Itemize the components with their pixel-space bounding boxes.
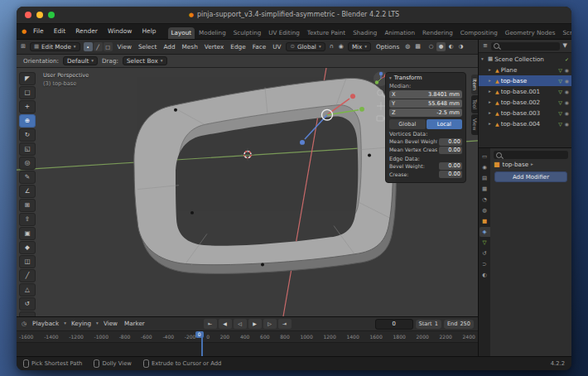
menu-edge[interactable]: Edge — [229, 42, 247, 51]
playhead[interactable]: 0 — [201, 331, 203, 356]
tab-constraint-properties[interactable]: ⊃ — [480, 259, 490, 269]
rendered-shading-button[interactable]: ◑ — [456, 42, 465, 51]
tab-item[interactable]: Item — [471, 75, 478, 94]
outliner-item-top-base-001[interactable]: ▸ ▲ top-base.001 ▽◉ — [479, 86, 571, 97]
menu-face[interactable]: Face — [251, 42, 268, 51]
orientation-default-dropdown[interactable]: Default ▾ — [63, 56, 98, 65]
tool-poly-build[interactable]: △ — [19, 283, 36, 296]
tab-object-properties[interactable]: ■ — [480, 216, 490, 226]
zoom-button[interactable] — [48, 12, 55, 18]
tool-bevel[interactable]: ◆ — [19, 241, 36, 254]
tool-inset-faces[interactable]: ▣ — [19, 227, 36, 240]
collapse-arrow-icon[interactable]: ▸ — [489, 89, 494, 94]
transform-panel-header[interactable]: ▾ Transform — [389, 75, 462, 81]
menu-add[interactable]: Add — [161, 42, 176, 51]
timeline-track[interactable] — [17, 343, 478, 356]
options-menu[interactable]: Options — [374, 42, 401, 51]
next-keyframe-button[interactable]: ▷ — [263, 319, 277, 329]
outliner-item-top-base-002[interactable]: ▸ ▲ top-base.002 ▽◉ — [479, 97, 571, 108]
timeline-body[interactable]: -1600 -1400 -1200 -1000 -800 -600 -400 -… — [17, 331, 478, 356]
gizmo-z-handle[interactable] — [300, 140, 305, 145]
tab-modifier-properties[interactable]: ◈ — [480, 227, 490, 237]
workspace-tab-uv-editing[interactable]: UV Editing — [265, 27, 303, 39]
drag-mode-dropdown[interactable]: Select Box ▾ — [123, 56, 167, 65]
median-x-field[interactable]: X 3.8401 mm — [389, 90, 462, 99]
menu-select[interactable]: Select — [137, 42, 159, 51]
menu-marker[interactable]: Marker — [123, 319, 147, 328]
tool-knife[interactable]: ╱ — [19, 269, 36, 282]
workspace-tab-geometry-nodes[interactable]: Geometry Nodes — [502, 27, 559, 39]
tool-annotate[interactable]: ✎ — [19, 171, 36, 184]
prev-keyframe-button[interactable]: ◀ — [219, 319, 232, 329]
menu-timeline-view[interactable]: View — [102, 319, 119, 328]
tab-tool-properties[interactable]: ▭ — [480, 152, 490, 161]
outliner-item-top-base[interactable]: ▸ ▲ top-base ▽◉ — [479, 75, 571, 86]
face-select-button[interactable]: □ — [104, 42, 113, 51]
mean-bevel-weight-field[interactable]: 0.00 — [439, 138, 462, 146]
vertex-select-button[interactable]: ∙ — [84, 42, 93, 51]
tool-measure[interactable]: ∠ — [19, 185, 36, 198]
menu-vertex[interactable]: Vertex — [203, 42, 225, 51]
tab-render-properties[interactable]: ◉ — [480, 162, 490, 172]
minimize-button[interactable] — [36, 12, 43, 18]
menu-edit[interactable]: Edit — [51, 27, 70, 36]
render-visibility-icon[interactable]: ◉ — [565, 79, 569, 84]
tab-world-properties[interactable]: ◍ — [480, 205, 490, 215]
blender-menu-icon[interactable]: ● — [22, 29, 27, 35]
collapse-arrow-icon[interactable]: ▸ — [489, 100, 494, 105]
global-button[interactable]: Global — [389, 119, 426, 129]
tab-view[interactable]: View — [471, 114, 478, 135]
gizmo-y-handle[interactable] — [359, 107, 364, 112]
outliner-item-top-base-004[interactable]: ▸ ▲ top-base.004 ▽◉ — [479, 118, 571, 129]
tool-move[interactable]: ⊕ — [19, 114, 36, 128]
outliner-item-top-base-003[interactable]: ▸ ▲ top-base.003 ▽◉ — [479, 108, 571, 118]
render-visibility-icon[interactable]: ◉ — [565, 122, 569, 127]
jump-to-end-button[interactable]: ⇥ — [278, 319, 292, 329]
median-y-field[interactable]: Y 55.648 mm — [389, 99, 462, 108]
timeline-ruler[interactable]: -1600 -1400 -1200 -1000 -800 -600 -400 -… — [17, 331, 478, 343]
render-visibility-icon[interactable]: ◉ — [565, 68, 569, 73]
median-z-field[interactable]: Z -2.5 mm — [389, 108, 462, 117]
tab-scene-properties[interactable]: ◔ — [480, 195, 490, 205]
menu-mesh[interactable]: Mesh — [181, 42, 200, 51]
workspace-tab-rendering[interactable]: Rendering — [419, 27, 456, 39]
end-frame-field[interactable]: End 250 — [444, 320, 474, 329]
material-shading-button[interactable]: ◐ — [446, 42, 455, 51]
collapse-arrow-icon[interactable]: ▸ — [489, 111, 494, 116]
tool-scale[interactable]: ◱ — [19, 142, 36, 156]
overlays-icon[interactable]: ◍ — [404, 44, 411, 50]
tool-tweak[interactable]: ◤ — [19, 72, 36, 85]
workspace-tab-compositing[interactable]: Compositing — [457, 27, 501, 39]
workspace-tab-shading[interactable]: Shading — [349, 27, 380, 39]
tab-tool[interactable]: Tool — [471, 95, 478, 113]
current-frame-field[interactable]: 0 — [375, 319, 413, 330]
tab-output-properties[interactable]: ▤ — [480, 173, 490, 183]
menu-playback[interactable]: Playback — [31, 319, 60, 328]
outliner-display-mode-icon[interactable]: ≡ — [482, 43, 489, 49]
menu-file[interactable]: File — [30, 27, 47, 36]
tab-object-data-properties[interactable]: ▽ — [480, 238, 490, 248]
tool-spin[interactable]: ↺ — [19, 297, 36, 311]
render-visibility-icon[interactable]: ◉ — [565, 111, 569, 116]
menu-help[interactable]: Help — [138, 27, 159, 36]
add-modifier-button[interactable]: Add Modifier — [494, 171, 567, 182]
gizmo-x-handle[interactable] — [350, 94, 355, 99]
xray-toggle-icon[interactable]: ▩ — [414, 44, 422, 50]
jump-to-start-button[interactable]: ⇤ — [204, 319, 217, 329]
render-visibility-icon[interactable]: ◉ — [565, 89, 569, 94]
crease-field[interactable]: 0.00 — [439, 171, 462, 178]
tool-rotate[interactable]: ↻ — [19, 128, 36, 142]
solid-shading-button[interactable]: ● — [436, 42, 446, 51]
viewport-canvas[interactable]: User Perspective (3) top-base ◤ □ + ⊕ ↻ … — [17, 68, 478, 316]
outliner-item-plane[interactable]: ▸ ▲ Plane ▽◉ — [479, 65, 571, 75]
menu-uv[interactable]: UV — [271, 42, 282, 51]
properties-search-input[interactable] — [494, 151, 568, 159]
editor-type-icon[interactable]: ⊞ — [20, 44, 27, 50]
collapse-arrow-icon[interactable]: ▸ — [489, 68, 494, 73]
expand-arrow-icon[interactable]: ▾ — [481, 57, 486, 62]
start-frame-field[interactable]: Start 1 — [416, 320, 441, 329]
collapse-arrow-icon[interactable]: ▸ — [489, 79, 494, 84]
tab-view-layer-properties[interactable]: ▦ — [480, 184, 490, 194]
transform-orientation-dropdown[interactable]: ⊙ Global ▾ — [286, 42, 325, 51]
outliner-scene-collection[interactable]: ▾ ▦ Scene Collection ✓ — [479, 54, 571, 65]
